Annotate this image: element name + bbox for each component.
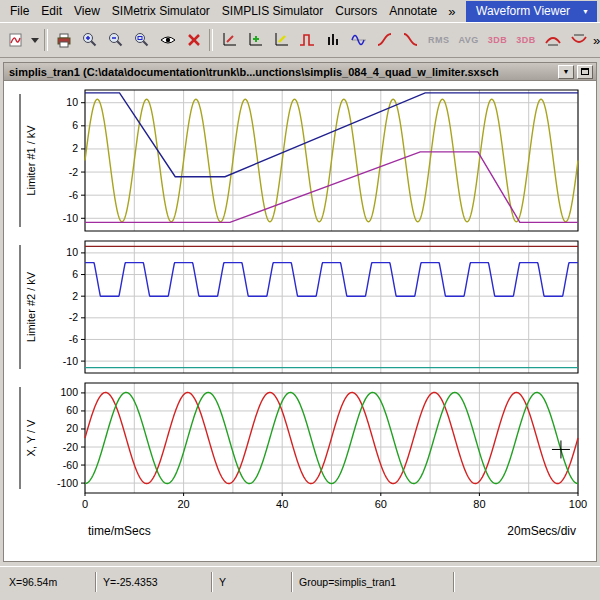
y-tick-label: 6 — [72, 268, 78, 280]
y-tick-label: -10 — [63, 212, 78, 224]
y-tick-label: -10 — [63, 355, 78, 367]
y-axis-title: Limiter #1 / kV — [25, 125, 37, 196]
zoom-in-icon — [81, 31, 99, 49]
plot-limiter2[interactable]: 1062-2-6-10Limiter #2 / kV — [0, 240, 600, 374]
fourier-button[interactable] — [320, 28, 345, 53]
db3-button-1[interactable]: 3DB — [484, 35, 512, 45]
menu-bar: File Edit View SIMetrix Simulator SIMPLI… — [0, 0, 600, 23]
menu-cursors[interactable]: Cursors — [329, 1, 383, 21]
menu-edit[interactable]: Edit — [35, 1, 68, 21]
status-empty — [455, 571, 597, 593]
add-curve-icon — [7, 31, 25, 49]
menu-view[interactable]: View — [68, 1, 106, 21]
edit-axis-icon — [220, 31, 238, 49]
y-tick-label: -6 — [69, 333, 78, 345]
x-tick-label: 60 — [375, 498, 387, 510]
toolbar-separator — [44, 29, 48, 51]
measure-wave-icon — [350, 31, 368, 49]
print-icon — [55, 31, 73, 49]
status-x-value: X=96.54m — [3, 571, 95, 593]
db3-button-2[interactable]: 3DB — [512, 35, 540, 45]
edit-axis-button[interactable] — [216, 28, 241, 53]
x-tick-label: 20 — [177, 498, 189, 510]
curve-arrow-icon — [570, 31, 588, 49]
eye-icon — [159, 31, 177, 49]
status-bar: X=96.54m Y=-25.4353 Y Group=simplis_tran… — [0, 566, 600, 596]
chevron-down-icon: ▼ — [563, 68, 570, 75]
zoom-out-icon — [107, 31, 125, 49]
plot-limiter1[interactable]: 1062-2-6-10Limiter #1 / kV — [0, 89, 600, 232]
curve-arrow-button-2[interactable] — [567, 28, 592, 53]
fourier-bars-icon — [324, 31, 342, 49]
measure-wave-button[interactable] — [346, 28, 371, 53]
status-group: Group=simplis_tran1 — [293, 571, 453, 593]
add-curve-dropdown-button[interactable] — [29, 28, 41, 53]
viewer-mode-select[interactable]: Waveform Viewer ▼ — [466, 1, 597, 22]
y-tick-label: 20 — [66, 422, 78, 434]
delete-cross-icon — [185, 31, 203, 49]
status-y-value: Y=-25.4353 — [97, 571, 211, 593]
y-axis-title: Limiter #2 / kV — [25, 271, 37, 342]
step-response-button[interactable] — [294, 28, 319, 53]
y-tick-label: 10 — [66, 96, 78, 108]
y-tick-label: 60 — [66, 404, 78, 416]
y-tick-label: 100 — [60, 386, 78, 398]
smooth-curve-button-2[interactable] — [398, 28, 423, 53]
x-tick-label: 80 — [473, 498, 485, 510]
print-button[interactable] — [51, 28, 76, 53]
zoom-area-button[interactable] — [129, 28, 154, 53]
add-grid-icon — [272, 31, 290, 49]
y-tick-label: -60 — [63, 459, 78, 471]
delete-curve-button[interactable] — [181, 28, 206, 53]
smooth-curve-icon — [376, 31, 394, 49]
toolbar: RMS AVG 3DB 3DB » — [0, 23, 600, 58]
add-curve-button[interactable] — [3, 28, 28, 53]
chevron-down-icon: ▼ — [582, 8, 589, 15]
x-axis-title: time/mSecs — [88, 524, 151, 538]
graph-window-title: simplis_tran1 (C:\data\documentation\tru… — [4, 66, 558, 78]
add-grid-button[interactable] — [268, 28, 293, 53]
step-waveform-icon — [298, 31, 316, 49]
y-tick-label: 2 — [72, 142, 78, 154]
window-menu-button[interactable]: ▼ — [558, 65, 574, 79]
maximize-icon — [581, 68, 589, 75]
smooth-curve-button-1[interactable] — [372, 28, 397, 53]
menu-file[interactable]: File — [4, 1, 35, 21]
plot-xy[interactable]: 1006020-20-60-100X, Y / V020406080100 — [0, 382, 600, 519]
y-axis-title: X, Y / V — [25, 419, 37, 457]
smooth-curve-icon — [402, 31, 420, 49]
y-tick-label: -20 — [63, 441, 78, 453]
viewer-mode-label: Waveform Viewer — [476, 4, 570, 18]
y-tick-label: -6 — [69, 189, 78, 201]
show-curve-button[interactable] — [155, 28, 180, 53]
x-tick-label: 100 — [569, 498, 587, 510]
add-axis-icon — [246, 31, 264, 49]
graph-window-titlebar[interactable]: simplis_tran1 (C:\data\documentation\tru… — [3, 62, 597, 81]
rms-button[interactable]: RMS — [424, 35, 454, 45]
y-tick-label: -2 — [69, 311, 78, 323]
avg-button[interactable]: AVG — [455, 35, 483, 45]
menu-annotate[interactable]: Annotate — [383, 1, 443, 21]
zoom-area-icon — [133, 31, 151, 49]
y-tick-label: 2 — [72, 290, 78, 302]
x-tick-label: 40 — [276, 498, 288, 510]
y-tick-label: -100 — [57, 477, 78, 489]
per-division-label: 20mSecs/div — [507, 524, 576, 538]
status-curve-name: Y — [213, 571, 291, 593]
x-tick-label: 0 — [82, 498, 88, 510]
menu-overflow-chevron[interactable]: » — [443, 4, 460, 19]
menu-simplis-simulator[interactable]: SIMPLIS Simulator — [216, 1, 329, 21]
toolbar-separator — [209, 29, 213, 51]
y-tick-label: 10 — [66, 246, 78, 258]
maximize-button[interactable] — [577, 65, 593, 79]
y-tick-label: -2 — [69, 166, 78, 178]
zoom-out-button[interactable] — [103, 28, 128, 53]
toolbar-overflow-chevron[interactable]: » — [593, 33, 600, 48]
curve-arrow-icon — [544, 31, 562, 49]
add-axis-button[interactable] — [242, 28, 267, 53]
y-tick-label: 6 — [72, 119, 78, 131]
curve-arrow-button-1[interactable] — [541, 28, 566, 53]
menu-simetrix-simulator[interactable]: SIMetrix Simulator — [106, 1, 216, 21]
chevron-down-icon — [31, 37, 39, 43]
zoom-in-button[interactable] — [77, 28, 102, 53]
